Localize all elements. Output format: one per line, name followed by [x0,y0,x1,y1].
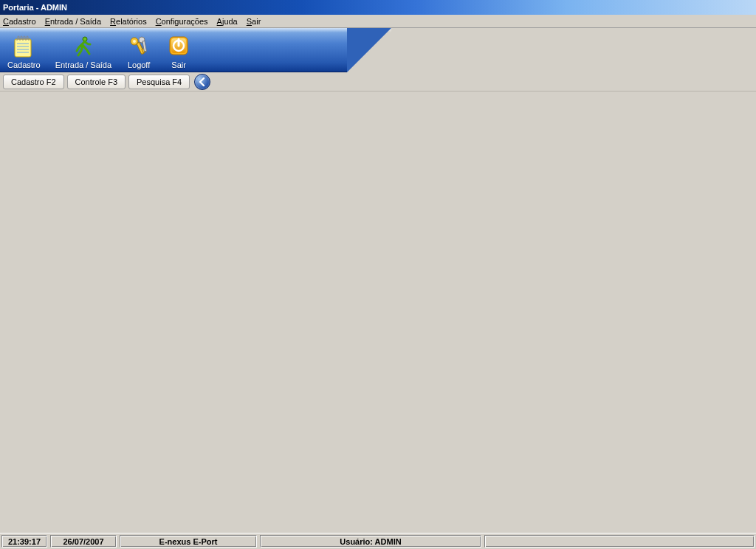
menu-sair[interactable]: Sair [247,17,261,26]
toolbar-sair-label: Sair [171,61,186,69]
sub-toolbar: Cadastro F2 Controle F3 Pesquisa F4 [0,72,756,92]
toolbar-cadastro-button[interactable]: Cadastro [0,28,48,72]
power-icon [166,34,191,59]
running-person-icon [71,34,96,59]
menu-cadastro[interactable]: Cadastro [3,17,36,26]
menu-ajuda[interactable]: Ajuda [217,17,238,26]
menu-configuracoes[interactable]: Configurações [156,17,208,26]
status-date: 26/07/2007 [50,535,117,548]
window-title: Portaria - ADMIN [3,3,67,12]
notepad-icon [11,34,36,59]
titlebar: Portaria - ADMIN [0,0,756,15]
toolbar-cadastro-label: Cadastro [7,61,41,69]
toolbar-sair-button[interactable]: Sair [159,28,199,72]
toolbar-entrada-saida-label: Entrada / Saída [55,61,111,69]
back-button[interactable] [194,74,210,90]
content-area [0,92,756,533]
toolbar-logoff-button[interactable]: Logoff [119,28,159,72]
menu-relatorios[interactable]: Relatórios [110,17,147,26]
keys-icon [126,34,151,59]
arrow-left-icon [198,77,207,86]
toolbar-logoff-label: Logoff [128,61,150,69]
svg-point-8 [133,40,136,43]
tab-pesquisa[interactable]: Pesquisa F4 [128,75,190,89]
tab-controle[interactable]: Controle F3 [67,75,126,89]
status-app-name: E-nexus E-Port [120,535,257,548]
toolbar: Cadastro Entrada / Saída [0,28,756,72]
status-user: Usuário: ADMIN [260,535,481,548]
status-time: 21:39:17 [1,535,47,548]
tab-cadastro[interactable]: Cadastro F2 [3,75,64,89]
statusbar: 21:39:17 26/07/2007 E-nexus E-Port Usuár… [0,533,756,549]
menu-entrada-saida[interactable]: Entrada / Saída [45,17,101,26]
svg-rect-0 [15,39,31,57]
toolbar-entrada-saida-button[interactable]: Entrada / Saída [48,28,119,72]
status-empty [484,535,755,548]
menubar: Cadastro Entrada / Saída Relatórios Conf… [0,15,756,28]
